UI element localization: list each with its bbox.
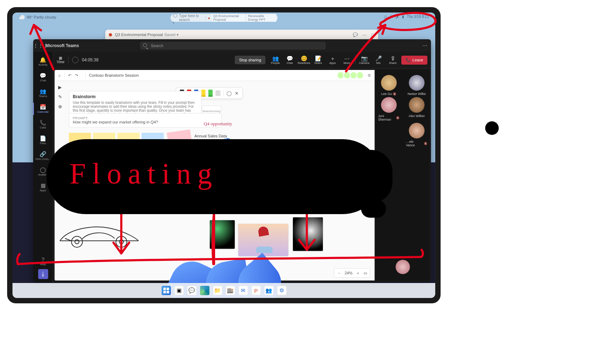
- mail-icon[interactable]: ✉: [239, 286, 248, 295]
- whiteboard-panel[interactable]: ⌂ ↶ ↷ Contoso Brainstorm Session: [55, 70, 375, 280]
- edge-icon[interactable]: [200, 286, 209, 295]
- view-button[interactable]: ▦View: [57, 56, 65, 64]
- rail-activity[interactable]: 🔔Activity: [33, 54, 53, 70]
- teams-search-placeholder: Search: [151, 44, 163, 48]
- people-button[interactable]: 👥People: [268, 56, 283, 65]
- tray-datetime[interactable]: Thu 3/18 8:11: [407, 15, 429, 19]
- sticky-note[interactable]: [142, 152, 164, 170]
- search-icon: [173, 14, 178, 22]
- chat-icon[interactable]: 💬: [187, 286, 197, 295]
- handwriting-q4: Q4 opportunity: [204, 121, 232, 127]
- camera-button[interactable]: 📷Camera: [357, 56, 371, 65]
- ppt-save-status[interactable]: Saved ▾: [164, 32, 179, 37]
- ppt-maximize-icon[interactable]: ▢: [371, 32, 375, 37]
- rail-apps[interactable]: ▦Apps: [33, 180, 53, 195]
- eraser-icon[interactable]: [215, 90, 220, 96]
- undo-icon[interactable]: ↶: [68, 73, 71, 78]
- rail-teams[interactable]: 👥Teams: [33, 85, 53, 101]
- system-tray[interactable]: ◻ ⏃ 🔊 ▮ Thu 3/18 8:11: [384, 15, 429, 19]
- participant-tile[interactable]: Lee Gu🔇: [378, 75, 400, 96]
- pen-green-icon[interactable]: [208, 90, 213, 97]
- participant-tile[interactable]: Alex Wilber: [406, 97, 427, 121]
- start-button[interactable]: [162, 286, 171, 295]
- whiteboard-canvas[interactable]: ▶ ✎ ⊕: [55, 81, 375, 280]
- rail-calendar[interactable]: 📅Calendar: [33, 101, 53, 117]
- rail-download-button[interactable]: ⭳: [38, 269, 48, 279]
- search-chip-1[interactable]: Q3 Environmental Proposal: [212, 14, 245, 22]
- share-button[interactable]: ⮸Share: [386, 56, 400, 65]
- prompt-card[interactable]: PROMPT: How might we expand our market o…: [69, 113, 222, 127]
- taskview-icon[interactable]: ▣: [174, 286, 184, 295]
- close-icon[interactable]: ✕: [235, 91, 239, 96]
- more-button[interactable]: ⋯More: [340, 56, 354, 65]
- sticky-note[interactable]: [69, 133, 91, 151]
- apps-button[interactable]: ＋Apps: [325, 56, 340, 65]
- windows-taskbar[interactable]: ▣ 💬 📁 🏬 ✉ P 👥 ⚙: [12, 283, 435, 298]
- powerpoint-icon[interactable]: P: [252, 286, 261, 295]
- stop-sharing-button[interactable]: Stop sharing: [235, 56, 265, 64]
- file-explorer-icon[interactable]: 📁: [213, 286, 222, 295]
- tray-volume-icon[interactable]: 🔊: [395, 15, 400, 19]
- image-thumb-3[interactable]: [293, 217, 323, 251]
- tray-wifi-icon[interactable]: ⏃: [389, 15, 393, 19]
- add-tool-icon[interactable]: ⊕: [58, 104, 62, 109]
- chat-button[interactable]: 💬Chat: [283, 56, 297, 65]
- tray-notifications-icon[interactable]: ◻: [384, 15, 387, 19]
- teams-titlebar[interactable]: ⋮⋮⋮ Microsoft Teams Search ⋯: [33, 39, 431, 52]
- settings-icon[interactable]: ⚙: [277, 286, 286, 295]
- rail-files[interactable]: 📄Files: [33, 132, 53, 148]
- desktop-top-bar: 88° Partly cloudy Type here to search ● …: [12, 14, 435, 22]
- teams-icon[interactable]: 👥: [264, 286, 274, 295]
- self-video-tile[interactable]: [392, 260, 413, 274]
- teams-more-icon[interactable]: ⋯: [422, 43, 427, 49]
- teams-search[interactable]: Search: [140, 42, 326, 50]
- weather-widget[interactable]: 88° Partly cloudy: [20, 15, 56, 19]
- image-thumb-1[interactable]: [210, 220, 235, 249]
- rail-calls[interactable]: 📞Calls: [33, 117, 53, 132]
- leave-button[interactable]: 📞Leave: [401, 56, 427, 65]
- redo-icon[interactable]: ↷: [75, 73, 78, 78]
- sticky-note[interactable]: [167, 130, 193, 153]
- rail-viva[interactable]: 🔗Viva Conn...: [33, 148, 53, 164]
- shield-icon[interactable]: [72, 57, 78, 63]
- sticky-note[interactable]: [142, 133, 164, 151]
- ppt-share-icon[interactable]: 💬: [353, 32, 358, 37]
- car-sketch: [58, 222, 140, 251]
- pen-yellow-icon[interactable]: [201, 90, 205, 97]
- gear-icon[interactable]: ⚙: [367, 73, 371, 78]
- fit-screen-icon[interactable]: ▭: [364, 271, 367, 275]
- home-icon[interactable]: ⌂: [58, 73, 61, 77]
- participant-tile[interactable]: Nestor Wilke: [406, 75, 427, 96]
- meeting-timer: 04:05:38: [82, 57, 99, 62]
- participant-tile[interactable]: Joni Sherman🔇: [378, 97, 400, 121]
- svg-rect-5: [167, 288, 169, 290]
- participant-tile[interactable]: …ele Vance🔇: [406, 123, 427, 147]
- teams-window[interactable]: ⋮⋮⋮ Microsoft Teams Search ⋯ 🔔Activity 💬…: [33, 39, 431, 282]
- ppt-minimize-icon[interactable]: —: [362, 32, 366, 37]
- pointer-tool-icon[interactable]: ▶: [58, 85, 62, 90]
- reactions-button[interactable]: 😊Reactions: [297, 56, 311, 65]
- rail-avatars[interactable]: ◯Avatars: [33, 164, 53, 180]
- zoom-control[interactable]: － 24% ＋ ▭: [334, 268, 370, 278]
- tray-battery-icon[interactable]: ▮: [402, 15, 404, 19]
- store-icon[interactable]: 🏬: [226, 286, 235, 295]
- mic-button[interactable]: 🎤Mic: [371, 56, 386, 65]
- participant-strip: Lee Gu🔇 Nestor Wilke Joni Sherman🔇 Alex …: [376, 70, 430, 280]
- search-icon: [143, 43, 149, 48]
- rail-help[interactable]: ?Help: [33, 253, 53, 269]
- pen-tool-icon[interactable]: ✎: [58, 94, 62, 100]
- zoom-out-icon[interactable]: －: [337, 271, 341, 276]
- zoom-in-icon[interactable]: ＋: [356, 271, 360, 276]
- waffle-icon[interactable]: ⋮⋮⋮: [33, 43, 44, 49]
- lasso-icon[interactable]: ◯: [227, 91, 232, 96]
- rail-chat[interactable]: 💬Chat: [33, 70, 53, 85]
- desktop-search[interactable]: Type here to search ● Q3 Environmental P…: [171, 14, 278, 22]
- sticky-note[interactable]: [93, 133, 115, 151]
- svg-point-1: [75, 240, 79, 244]
- presence-avatars[interactable]: [338, 71, 364, 79]
- search-chip-2[interactable]: Renewable Energy PPT: [247, 14, 276, 22]
- sticky-note[interactable]: [117, 133, 139, 151]
- notes-button[interactable]: 📝Notes: [311, 56, 325, 65]
- image-thumb-2[interactable]: [238, 224, 288, 256]
- powerpoint-titlebar[interactable]: Q3 Environmental Proposal Saved ▾ 💬 — ▢: [105, 30, 378, 40]
